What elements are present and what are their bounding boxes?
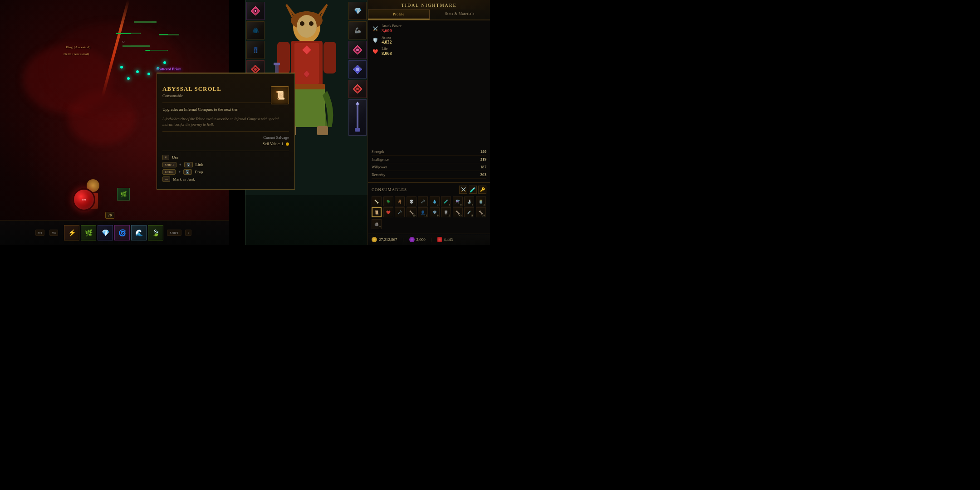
svg-point-35 — [254, 68, 257, 71]
skill-slot-2[interactable]: 🌿 — [81, 225, 96, 240]
tooltip-description: Upgrades an Infernal Compass to the next… — [162, 107, 289, 113]
tooltip-flavor-text: A forbidden rite of the Triune used to i… — [162, 117, 289, 127]
action-mark-junk[interactable]: — Mark as Junk — [162, 176, 289, 182]
attr-intelligence: Intelligence 319 — [372, 156, 486, 163]
equip-slot-shoulders[interactable]: 🦾 — [348, 21, 367, 39]
svg-rect-10 — [277, 42, 290, 74]
svg-marker-21 — [353, 65, 362, 74]
consumable-item[interactable]: 🧪 3 — [441, 196, 451, 206]
consumable-item[interactable]: 🫙 5 — [476, 196, 486, 206]
item-label-helm: Helm (Ancestral) — [64, 52, 89, 56]
enemy-healthbar — [134, 21, 157, 23]
tooltip-item-name: ABYSSAL SCROLL — [162, 85, 289, 93]
enemy-healthbar — [159, 34, 179, 35]
skill-slot-5[interactable]: 🌊 — [131, 225, 147, 240]
consumable-item[interactable]: 🪲 — [383, 196, 393, 206]
skill-slot-1[interactable]: ⚡ — [64, 225, 79, 240]
consumable-item[interactable]: 🦴 10 — [407, 207, 416, 217]
scattered-prism-label: Scattered Prism — [157, 67, 181, 71]
consumable-item[interactable]: 🗝️ — [418, 196, 428, 206]
armor-icon: 🛡️ — [372, 36, 379, 44]
energy-orb — [147, 73, 150, 75]
consumables-title: Consumables — [372, 187, 407, 192]
consumable-item[interactable]: 🦂 — [395, 196, 405, 206]
equip-slot-helmet[interactable]: 💎 — [348, 2, 367, 20]
consumable-item[interactable]: 💀 — [407, 196, 416, 206]
currency-purple: 2,000 — [409, 237, 426, 242]
skill-slot-3[interactable]: 💎 — [98, 225, 113, 240]
shift-key-indicator: SHIFT — [167, 230, 181, 236]
attr-willpower: Willpower 187 — [372, 163, 486, 171]
consumable-item[interactable]: 👤 12 — [418, 207, 428, 217]
link-key-badge: 🖥️ — [184, 162, 193, 167]
equip-slot-amulet[interactable] — [246, 2, 265, 20]
energy-orb — [136, 70, 139, 73]
svg-point-3 — [297, 15, 317, 38]
consumable-item[interactable]: 💧 3 — [430, 196, 440, 206]
red-shard-icon — [437, 237, 442, 242]
purple-currency-icon — [409, 237, 415, 242]
consumable-item[interactable]: 🪨 2 — [372, 219, 382, 229]
m5-key: M5 — [49, 230, 59, 236]
svg-point-32 — [255, 10, 256, 12]
evade-key: T — [185, 230, 191, 236]
use-key-badge: U — [162, 155, 169, 160]
health-orb: 9/9 — [73, 188, 95, 211]
svg-marker-34 — [253, 67, 258, 72]
drop-key-badge: 🖥️ — [183, 169, 192, 175]
svg-point-20 — [356, 49, 359, 51]
skill-slot-4[interactable]: 🌀 — [114, 225, 130, 240]
svg-marker-18 — [353, 45, 362, 54]
consumables-filter-btn-2[interactable]: 🧪 — [469, 186, 477, 194]
equip-slot-gloves[interactable] — [348, 41, 367, 59]
consumable-item[interactable]: 🦴 — [372, 196, 382, 206]
consumables-panel: Consumables ⚔️ 🧪 🔑 🦴 🪲 🦂 💀 🗝️ — [368, 182, 490, 234]
action-use[interactable]: U Use — [162, 155, 289, 160]
equip-slot-boots[interactable] — [348, 60, 367, 78]
tooltip-item-type: Consumable — [162, 93, 289, 98]
consumable-item[interactable]: 🗝️ — [395, 207, 405, 217]
gold-dot — [286, 142, 289, 146]
currency-separator: | — [403, 237, 404, 242]
item-label-ring: Ring (Ancestral) — [66, 45, 91, 49]
m4-key: M4 — [35, 230, 44, 236]
consumables-filter-btn-3[interactable]: 🔑 — [478, 186, 486, 194]
action-drop[interactable]: CTRL + 🖥️ Drop — [162, 169, 289, 175]
stat-attack-power: ⚔️ Attack Power 3,600 — [372, 24, 486, 33]
consumable-item[interactable]: 🍶 8 — [464, 196, 474, 206]
consumable-item[interactable]: ❤️ — [383, 207, 393, 217]
svg-rect-11 — [323, 42, 336, 74]
equip-slot-ring[interactable] — [348, 80, 367, 98]
svg-rect-26 — [357, 104, 358, 129]
energy-orb — [163, 61, 166, 64]
tab-stats-materials[interactable]: Stats & Materials — [430, 10, 490, 20]
panel-tabs: Profile Stats & Materials — [368, 10, 490, 20]
main-stats: ⚔️ Attack Power 3,600 🛡️ Armor 4,832 ❤️ … — [368, 20, 490, 148]
svg-rect-28 — [355, 128, 360, 132]
consumable-item[interactable]: 💉 11 — [464, 207, 474, 217]
consumable-item[interactable]: 💎 6 — [430, 207, 440, 217]
consumable-item[interactable]: 🦷 12 — [441, 207, 451, 217]
player-level: 78 — [105, 212, 114, 219]
consumable-item[interactable]: ⚗️ 8 — [453, 196, 463, 206]
consumables-filter-btn-1[interactable]: ⚔️ — [459, 186, 467, 194]
equip-slot-chest[interactable]: 🧥 — [246, 21, 265, 39]
tab-profile[interactable]: Profile — [368, 10, 430, 20]
stats-panel: Tidal Nightmare Profile Stats & Material… — [368, 0, 490, 245]
attr-strength: Strength 140 — [372, 148, 486, 156]
consumable-item[interactable]: 🦴 38 — [476, 207, 486, 217]
skill-slot-6[interactable]: 🍃 — [148, 225, 163, 240]
svg-rect-17 — [274, 63, 280, 65]
equip-slot-legs[interactable]: 👖 — [246, 41, 265, 59]
panel-header: Tidal Nightmare Profile Stats & Material… — [368, 0, 490, 20]
tooltip-cannot-salvage: Cannot Salvage — [162, 135, 289, 140]
svg-marker-23 — [353, 84, 362, 93]
junk-key-badge: — — [162, 176, 170, 182]
attributes-section: Strength 140 Intelligence 319 Willpower … — [368, 148, 490, 182]
action-link[interactable]: SHIFT + 🖥️ Link — [162, 162, 289, 167]
consumables-grid-2: 🪨 2 — [372, 219, 486, 229]
consumable-item-selected[interactable]: 📜 — [372, 207, 382, 217]
equip-slot-weapon[interactable] — [348, 99, 367, 136]
consumable-item[interactable]: 🦴 45 — [453, 207, 463, 217]
svg-marker-30 — [251, 6, 260, 15]
